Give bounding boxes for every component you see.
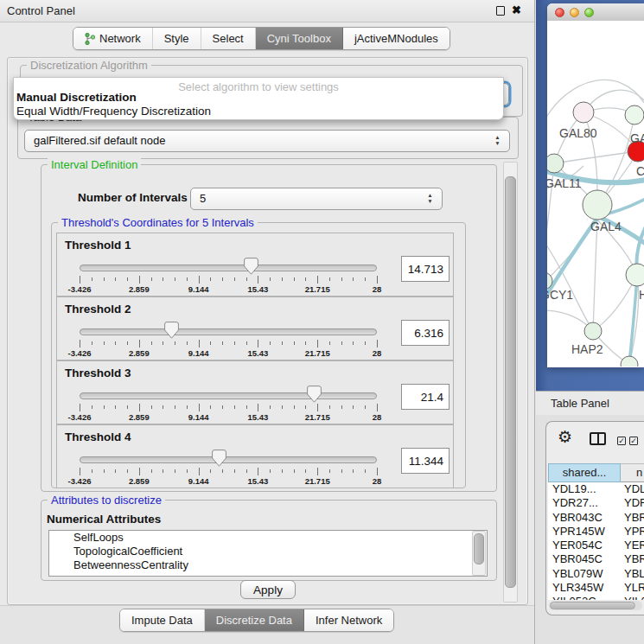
network-node-label: GAL11 — [547, 176, 582, 190]
slider-tick-marks — [80, 468, 377, 476]
table-panel-titlebar: Table Panel — [536, 391, 644, 417]
tab-label: Style — [164, 32, 189, 45]
threshold-slider-thumb[interactable] — [307, 386, 322, 403]
cell-name: YIL0 — [621, 595, 644, 600]
threshold-slider-thumb[interactable] — [212, 450, 226, 467]
table-row[interactable]: YBR045CYBR0 — [548, 552, 644, 566]
number-of-intervals-combobox[interactable]: 5 ▲▼ — [190, 188, 443, 210]
settings-panel: Discretization Algorithm Select algorith… — [7, 57, 528, 605]
threshold-3-box: Threshold 3-3.4262.8599.14415.4321.71528… — [56, 360, 454, 424]
control-panel-window: Control Panel ✖ NetworkStyleSelectCyni T… — [0, 0, 535, 644]
tab-jactivemnodules[interactable]: jActiveMNodules — [343, 28, 450, 49]
network-node[interactable] — [621, 356, 638, 367]
table-row[interactable]: YPR145WYPR1 — [548, 525, 644, 539]
numerical-attributes-label: Numerical Attributes — [47, 513, 161, 526]
checkbox-icon[interactable]: ✓ — [629, 437, 638, 445]
close-icon[interactable]: ✖ — [512, 3, 521, 16]
algorithm-option-manual[interactable]: Manual Discretization — [16, 91, 137, 104]
zoom-traffic-light-icon[interactable] — [584, 8, 594, 17]
gear-icon[interactable]: ⚙ — [558, 429, 572, 445]
group-title-interval-definition: Interval Definition — [48, 158, 141, 171]
group-title-attributes: Attributes to discretize — [48, 494, 165, 507]
cell-shared-name: YBR045C — [548, 552, 621, 566]
attribute-list-item[interactable]: TopologicalCoefficient — [49, 545, 487, 558]
threshold-slider-track[interactable] — [80, 328, 377, 335]
cell-name: YLR3 — [621, 581, 644, 595]
attributes-list-scrollbar[interactable] — [472, 531, 486, 576]
threshold-value-field[interactable]: 21.4 — [401, 384, 450, 410]
network-window-frame: GAL80GACGAL11GAL4GCY1HHAP2 — [536, 0, 644, 391]
threshold-slider-track[interactable] — [80, 392, 377, 399]
split-columns-icon[interactable] — [590, 432, 606, 445]
table-panel-title: Table Panel — [551, 397, 609, 410]
tab-label: Discretize Data — [216, 614, 292, 627]
panel-title: Control Panel — [7, 4, 75, 17]
table-rows: YDL19...YDL1YDR27...YDR2YBR043CYBR0YPR14… — [548, 482, 644, 600]
numerical-attributes-list[interactable]: SelfLoopsTopologicalCoefficientBetweenne… — [48, 530, 488, 577]
network-node[interactable] — [626, 264, 644, 286]
network-graph[interactable]: GAL80GACGAL11GAL4GCY1HHAP2 — [547, 21, 644, 367]
tab-cyni-toolbox[interactable]: Cyni Toolbox — [256, 28, 343, 49]
tab-label: Select — [213, 32, 244, 45]
combo-stepper-icon[interactable]: ▲▼ — [426, 192, 434, 204]
threshold-slider-thumb[interactable] — [244, 258, 258, 275]
network-edge[interactable] — [593, 220, 597, 331]
attribute-list-item[interactable]: BetweennessCentrality — [49, 558, 487, 572]
threshold-value-field[interactable]: 6.316 — [401, 320, 450, 346]
threshold-slider-thumb[interactable] — [164, 322, 179, 339]
tab-network[interactable]: Network — [73, 28, 153, 49]
cell-shared-name: YDR27... — [548, 496, 621, 510]
network-node-label: GCY1 — [547, 288, 573, 302]
tab-infer-network[interactable]: Infer Network — [304, 609, 393, 631]
network-node[interactable] — [547, 154, 564, 173]
threshold-value-field[interactable]: 14.713 — [401, 256, 450, 282]
minimize-traffic-light-icon[interactable] — [570, 8, 579, 17]
tab-label: Cyni Toolbox — [267, 32, 331, 45]
cell-name: YDL1 — [621, 482, 644, 496]
table-row[interactable]: YIL052CYIL0 — [548, 595, 644, 600]
network-node[interactable] — [625, 105, 644, 124]
network-window-titlebar — [547, 3, 644, 22]
table-row[interactable]: YBR043CYBR0 — [548, 511, 644, 525]
float-window-icon[interactable] — [496, 6, 505, 16]
cell-name: YPR1 — [621, 525, 644, 539]
network-node[interactable] — [573, 102, 594, 123]
apply-button[interactable]: Apply — [240, 580, 296, 599]
slider-tick-label: 28 — [373, 412, 382, 422]
table-row[interactable]: YER054CYER0 — [548, 539, 644, 552]
tab-select[interactable]: Select — [201, 28, 256, 49]
table-row[interactable]: YBL079WYBL0 — [548, 567, 644, 581]
threshold-slider-track[interactable] — [80, 456, 377, 463]
tab-discretize-data[interactable]: Discretize Data — [205, 609, 304, 631]
attribute-list-item[interactable]: SelfLoops — [49, 531, 487, 545]
network-node-label: H — [639, 288, 644, 302]
table-data-combobox[interactable]: galFiltered.sif default node ▲▼ — [24, 130, 510, 152]
attributes-group: Attributes to discretize Numerical Attri… — [41, 500, 497, 581]
cell-name: YBR0 — [621, 552, 644, 566]
slider-tick-label: 28 — [373, 284, 382, 294]
slider-tick-label: 15.43 — [248, 348, 269, 358]
tab-style[interactable]: Style — [153, 28, 201, 49]
table-horizontal-scrollbar[interactable] — [549, 601, 642, 610]
network-node[interactable] — [584, 322, 602, 340]
checkbox-icon[interactable]: ✓ — [617, 437, 626, 445]
threshold-slider-track[interactable] — [80, 265, 377, 271]
combo-stepper-icon[interactable]: ▲▼ — [494, 134, 501, 146]
table-row[interactable]: YDR27...YDR2 — [548, 496, 644, 510]
network-node-label: GA — [630, 131, 644, 145]
slider-tick-label: 15.43 — [248, 412, 269, 422]
threshold-value-field[interactable]: 11.344 — [401, 448, 450, 474]
network-node[interactable] — [583, 190, 612, 220]
algorithm-option-equal-width[interactable]: Equal Width/Frequency Discretization — [16, 105, 211, 118]
column-header-name[interactable]: n — [621, 463, 644, 482]
interval-definition-group: Interval Definition Number of Intervals … — [41, 164, 497, 492]
table-row[interactable]: YLR345WYLR3 — [548, 581, 644, 595]
network-canvas[interactable]: GAL80GACGAL11GAL4GCY1HHAP2 — [547, 21, 644, 367]
number-of-intervals-label: Number of Intervals — [78, 191, 188, 204]
settings-scrollbar[interactable] — [503, 162, 518, 603]
close-traffic-light-icon[interactable] — [555, 8, 564, 17]
slider-tick-label: -3.426 — [68, 348, 92, 358]
tab-impute-data[interactable]: Impute Data — [120, 609, 205, 631]
table-row[interactable]: YDL19...YDL1 — [548, 482, 644, 496]
column-header-shared[interactable]: shared... — [548, 463, 621, 482]
